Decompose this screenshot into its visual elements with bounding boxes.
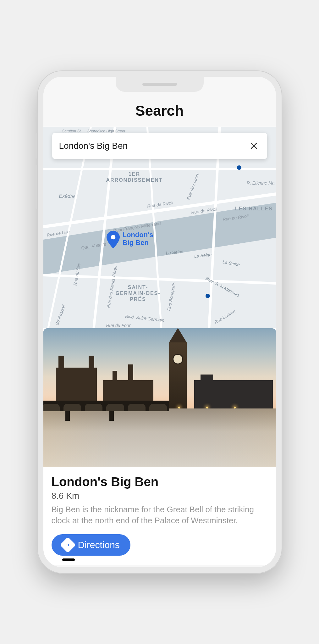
place-distance: 8.6 Km <box>52 491 268 501</box>
text: ARRONDISSEMENT <box>106 177 163 183</box>
location-pin-icon <box>106 231 120 248</box>
directions-button[interactable]: Directions <box>52 534 130 556</box>
close-icon <box>250 142 258 150</box>
map-place-label: Exèdre <box>59 193 75 199</box>
place-title: London's Big Ben <box>52 475 268 489</box>
text: 1ER <box>129 171 140 177</box>
place-card-body: London's Big Ben 8.6 Km Big Ben is the n… <box>43 467 276 565</box>
place-photo <box>43 328 276 467</box>
map-view[interactable]: 1ER ARRONDISSEMENT LES HALLES Exèdre SAI… <box>43 127 276 328</box>
home-indicator <box>62 558 75 561</box>
text: PRÉS <box>130 297 146 302</box>
map-street-label: Rue du Louvre <box>185 172 200 201</box>
svg-point-0 <box>111 235 115 240</box>
map-pin-label: London's Big Ben <box>123 231 153 247</box>
map-street-label: Rue Bonaparte <box>166 281 176 311</box>
map-river-label: La Seine <box>222 259 240 267</box>
text: SAINT- <box>128 285 148 290</box>
map-river-label: La Seine <box>194 252 212 259</box>
directions-icon <box>60 537 76 553</box>
map-district-label: 1ER ARRONDISSEMENT <box>106 171 163 183</box>
map-district-label: LES HALLES <box>235 206 273 212</box>
map-dot <box>206 294 210 298</box>
map-street-label: Blvd. Saint-Germain <box>125 314 164 323</box>
map-river-label: La Seine <box>166 249 183 256</box>
screen: Search 1ER ARRONDISSEMENT LES HALLES Exè… <box>43 77 276 567</box>
map-pin[interactable]: London's Big Ben <box>106 231 153 248</box>
map-district-label: SAINT- GERMAIN-DES- PRÉS <box>116 284 161 303</box>
clear-search-button[interactable] <box>248 140 260 152</box>
place-card: London's Big Ben 8.6 Km Big Ben is the n… <box>43 328 276 565</box>
text: GERMAIN-DES- <box>116 291 161 296</box>
directions-button-label: Directions <box>78 540 120 550</box>
device-notch <box>116 77 204 92</box>
map-street-label: Bd Raspail <box>54 304 66 326</box>
place-description: Big Ben is the nickname for the Great Be… <box>52 504 268 526</box>
phone-frame: Search 1ER ARRONDISSEMENT LES HALLES Exè… <box>37 70 282 574</box>
search-input[interactable] <box>59 141 248 151</box>
text: London's <box>123 231 153 239</box>
map-street-label: R. Etienne Ma <box>247 180 275 186</box>
map-street-label: Rue du Four <box>106 323 131 328</box>
text: Big Ben <box>123 239 149 247</box>
search-bar[interactable] <box>52 133 267 159</box>
map-dot <box>237 165 241 170</box>
map-street-label: Rue Danton <box>213 308 236 325</box>
page-title: Search <box>135 102 184 119</box>
